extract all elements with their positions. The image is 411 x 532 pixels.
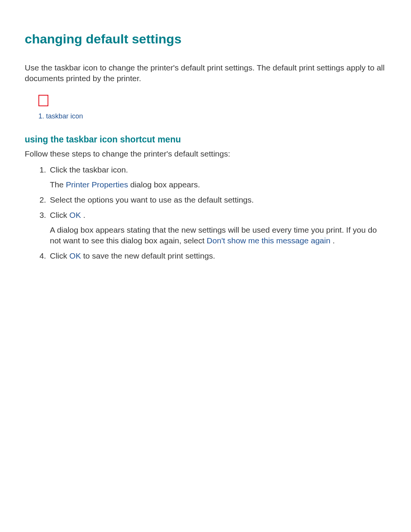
step-1-detail: The Printer Properties dialog box appear… [50, 179, 386, 190]
section-heading: using the taskbar icon shortcut menu [25, 134, 386, 145]
intro-paragraph: Use the taskbar icon to change the print… [25, 62, 386, 84]
dont-show-again-link[interactable]: Don't show me this message again [207, 236, 330, 245]
step-4: Click OK to save the new default print s… [48, 251, 386, 261]
step-3: Click OK . A dialog box appears stating … [48, 210, 386, 246]
printer-properties-link[interactable]: Printer Properties [66, 180, 128, 189]
steps-lead-in: Follow these steps to change the printer… [25, 149, 386, 159]
step-2-text: Select the options you want to use as th… [50, 195, 254, 204]
steps-list: Click the taskbar icon. The Printer Prop… [25, 165, 386, 261]
ok-link-1[interactable]: OK [69, 211, 81, 219]
step-1: Click the taskbar icon. The Printer Prop… [48, 165, 386, 190]
step-2: Select the options you want to use as th… [48, 195, 386, 205]
step-3-detail: A dialog box appears stating that the ne… [50, 225, 386, 246]
taskbar-icon-placeholder [38, 95, 48, 106]
figure: 1. taskbar icon [38, 95, 386, 121]
step-1-text: Click the taskbar icon. [50, 165, 128, 174]
ok-link-2[interactable]: OK [69, 251, 81, 260]
page-title: changing default settings [25, 30, 386, 48]
figure-caption: 1. taskbar icon [38, 112, 386, 121]
